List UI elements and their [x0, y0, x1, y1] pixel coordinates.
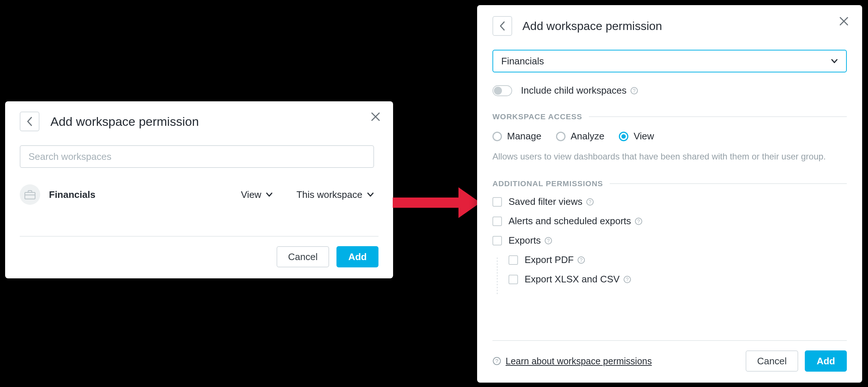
- modal-footer: Cancel Add: [20, 236, 378, 267]
- chevron-left-icon: [499, 21, 506, 31]
- workspace-select[interactable]: Financials: [492, 50, 847, 72]
- svg-text:?: ?: [637, 218, 640, 224]
- help-icon[interactable]: ?: [623, 275, 631, 283]
- help-icon[interactable]: ?: [586, 198, 594, 206]
- perm-export-pdf: Export PDF ?: [509, 254, 847, 266]
- search-placeholder: Search workspaces: [28, 151, 111, 162]
- checkbox[interactable]: [509, 255, 518, 265]
- add-button[interactable]: Add: [805, 350, 847, 372]
- include-children-toggle[interactable]: [492, 85, 512, 96]
- workspace-name: Financials: [49, 189, 95, 200]
- include-children-row: Include child workspaces ?: [492, 85, 847, 96]
- scope-dropdown-value: This workspace: [296, 189, 362, 200]
- radio-label: Analyze: [571, 131, 605, 142]
- back-button[interactable]: [492, 16, 512, 36]
- section-rule: [610, 183, 847, 184]
- close-button[interactable]: [370, 112, 381, 122]
- close-icon: [370, 112, 381, 122]
- checkbox[interactable]: [492, 217, 502, 226]
- workspace-select-value: Financials: [501, 56, 544, 67]
- help-icon[interactable]: ?: [544, 237, 552, 245]
- access-description: Allows users to view dashboards that hav…: [492, 150, 847, 163]
- add-button[interactable]: Add: [336, 246, 378, 267]
- access-dropdown[interactable]: View: [241, 189, 273, 200]
- radio-label: Manage: [507, 131, 541, 142]
- help-icon[interactable]: ?: [492, 357, 501, 365]
- learn-more-link[interactable]: Learn about workspace permissions: [506, 356, 652, 367]
- section-additional-permissions: ADDITIONAL PERMISSIONS: [492, 179, 847, 188]
- scope-dropdown[interactable]: This workspace: [296, 189, 374, 200]
- checkbox[interactable]: [492, 236, 502, 245]
- additional-permissions-list: Saved filter views ? Alerts and schedule…: [492, 196, 847, 285]
- chevron-down-icon: [266, 192, 273, 197]
- help-icon[interactable]: ?: [630, 87, 638, 95]
- back-button[interactable]: [20, 112, 39, 131]
- modal-header: Add workspace permission: [492, 16, 847, 36]
- perm-alerts-exports: Alerts and scheduled exports ?: [492, 215, 847, 227]
- perm-label: Exports: [509, 235, 541, 246]
- svg-text:?: ?: [626, 277, 629, 282]
- workspace-icon: [20, 184, 40, 205]
- svg-text:?: ?: [589, 199, 591, 205]
- modal-footer: ? Learn about workspace permissions Canc…: [492, 340, 847, 372]
- add-permission-modal-step2: Add workspace permission Financials Incl…: [477, 5, 862, 383]
- modal-header: Add workspace permission: [20, 112, 378, 131]
- section-rule: [589, 116, 847, 117]
- briefcase-icon: [24, 190, 35, 199]
- perm-export-xlsx-csv: Export XLSX and CSV ?: [509, 274, 847, 285]
- perm-label: Alerts and scheduled exports: [509, 215, 631, 227]
- help-icon[interactable]: ?: [635, 217, 643, 225]
- perm-label: Export PDF: [525, 254, 574, 266]
- close-icon: [839, 16, 849, 26]
- chevron-down-icon: [367, 192, 374, 197]
- modal-title: Add workspace permission: [522, 19, 662, 33]
- close-button[interactable]: [839, 16, 849, 26]
- tree-indent-guide: [497, 258, 498, 294]
- radio-view[interactable]: View: [619, 131, 654, 142]
- radio-label: View: [633, 131, 654, 142]
- search-workspaces-input[interactable]: Search workspaces: [20, 145, 374, 168]
- radio-analyze[interactable]: Analyze: [556, 131, 605, 142]
- perm-label: Saved filter views: [509, 196, 582, 207]
- checkbox[interactable]: [509, 275, 518, 284]
- svg-text:?: ?: [547, 238, 550, 244]
- svg-rect-2: [25, 192, 35, 199]
- perm-exports: Exports ?: [492, 235, 847, 246]
- section-label: ADDITIONAL PERMISSIONS: [492, 179, 603, 188]
- svg-text:?: ?: [580, 257, 583, 263]
- radio-manage[interactable]: Manage: [492, 131, 541, 142]
- include-children-label: Include child workspaces: [521, 85, 627, 96]
- chevron-down-icon: [831, 59, 838, 64]
- perm-saved-filter-views: Saved filter views ?: [492, 196, 847, 207]
- svg-text:?: ?: [633, 88, 636, 94]
- workspace-row: Financials View This workspace: [20, 182, 374, 207]
- section-workspace-access: WORKSPACE ACCESS: [492, 112, 847, 121]
- cancel-button[interactable]: Cancel: [746, 350, 799, 372]
- checkbox[interactable]: [492, 197, 502, 207]
- svg-text:?: ?: [495, 358, 498, 364]
- arrow-shaft: [393, 198, 458, 208]
- help-icon[interactable]: ?: [577, 256, 585, 264]
- toggle-knob: [494, 87, 502, 95]
- add-permission-modal-step1: Add workspace permission Search workspac…: [5, 101, 393, 278]
- access-dropdown-value: View: [241, 189, 261, 200]
- perm-label: Export XLSX and CSV: [525, 274, 620, 285]
- modal-title: Add workspace permission: [50, 114, 199, 129]
- section-label: WORKSPACE ACCESS: [492, 112, 582, 121]
- chevron-left-icon: [26, 116, 33, 127]
- flow-arrow: [393, 187, 480, 218]
- cancel-button[interactable]: Cancel: [277, 246, 330, 267]
- access-radio-group: Manage Analyze View: [492, 131, 847, 142]
